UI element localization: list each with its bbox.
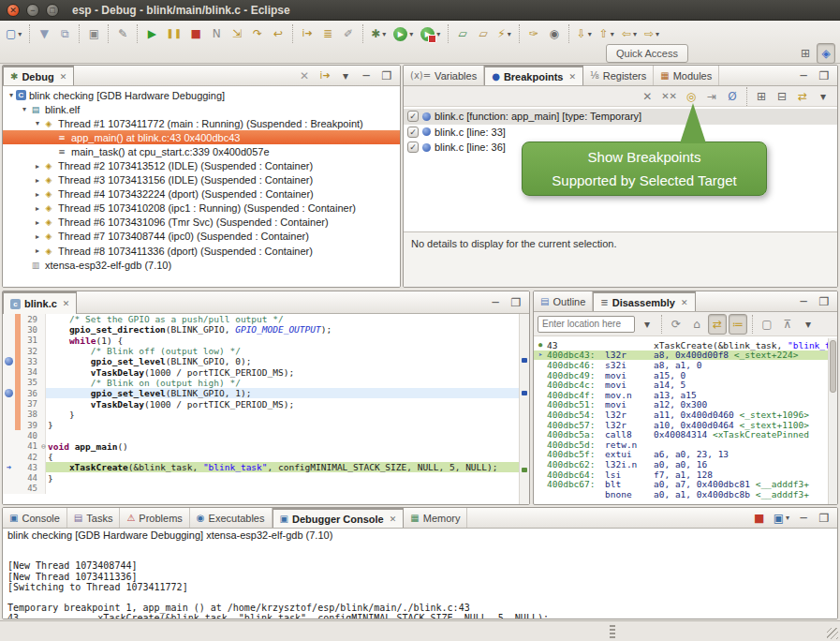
- disassembly-line[interactable]: 400dbc46:s32ia8, a1, 0: [534, 360, 828, 370]
- editor-gutter[interactable]: 42: [3, 452, 46, 462]
- remove-console-icon[interactable]: ■: [750, 508, 769, 529]
- next-edit-location-icon[interactable]: ⇧▾: [597, 23, 617, 44]
- code-line[interactable]: 31 while(1) {: [3, 335, 529, 346]
- run-launch-icon[interactable]: ▶▾: [391, 23, 416, 44]
- tab-outline[interactable]: ▤Outline: [534, 291, 593, 311]
- debug-tree-item[interactable]: ▸◈Thread #6 1073431096 (Tmr Svc) (Suspen…: [3, 216, 400, 230]
- breakpoint-icon[interactable]: [5, 389, 13, 397]
- disassembly-listing[interactable]: ●43xTaskCreate(&blink_task, "blink_tas➤4…: [534, 338, 828, 504]
- code-line[interactable]: 39}: [3, 420, 529, 430]
- debug-tree-item[interactable]: ▸◈Thread #5 1073410208 (ipc1 : Running) …: [3, 201, 400, 216]
- debug-tree-item[interactable]: ≡main_task() at cpu_start.c:339 0x400d05…: [3, 144, 400, 158]
- code-line[interactable]: 29 /* Set the GPIO as a push/pull output…: [3, 314, 529, 324]
- disassembly-line[interactable]: 400dbc62:l32i.na0, a0, 16: [534, 459, 828, 470]
- build-icon[interactable]: ▣: [84, 23, 103, 44]
- editor-gutter[interactable]: 29: [3, 314, 46, 324]
- remove-breakpoint-icon[interactable]: ✕: [638, 86, 656, 107]
- suspend-icon[interactable]: ❚❚: [163, 23, 184, 44]
- debug-tree-item[interactable]: ▥xtensa-esp32-elf-gdb (7.10): [3, 258, 400, 272]
- minimize-icon[interactable]: ─: [794, 291, 813, 312]
- debug-tree-item[interactable]: ▾◈Thread #1 1073411772 (main : Running) …: [3, 116, 400, 130]
- disassembly-source-line[interactable]: ●43xTaskCreate(&blink_task, "blink_tas: [534, 340, 828, 350]
- step-over-icon[interactable]: ↷: [248, 23, 267, 44]
- remove-all-terminated-icon[interactable]: ✕: [295, 66, 314, 86]
- skip-all-breakpoints-icon[interactable]: ✎: [113, 23, 132, 44]
- import-folder-icon[interactable]: ▱: [474, 23, 493, 44]
- target-icon[interactable]: ◉: [545, 23, 564, 44]
- code-line[interactable]: 32 /* Blink off (output low) */: [3, 346, 529, 356]
- editor-gutter[interactable]: 35: [3, 378, 46, 388]
- overview-mark[interactable]: [522, 358, 527, 363]
- maximize-icon[interactable]: ❐: [377, 66, 396, 86]
- disconnect-icon[interactable]: N: [207, 23, 226, 44]
- maximize-icon[interactable]: ❐: [815, 66, 833, 86]
- instruction-stepping-toggle-icon[interactable]: i➜: [316, 66, 334, 86]
- editor-gutter[interactable]: 32: [3, 346, 46, 356]
- breakpoint-checkbox[interactable]: ✓: [407, 127, 419, 138]
- editor-gutter[interactable]: 44: [3, 472, 46, 483]
- minimize-button[interactable]: −: [26, 4, 39, 17]
- disassembly-line[interactable]: 400dbc57:l32ra10, 0x400d0464 <_stext+110…: [534, 420, 828, 430]
- code-line[interactable]: 36 gpio_set_level(BLINK_GPIO, 1);: [3, 388, 529, 398]
- resize-grip[interactable]: [827, 628, 838, 639]
- debug-tree-item[interactable]: ▸◈Thread #8 1073411336 (dport) (Suspende…: [3, 244, 400, 258]
- disassembly-line[interactable]: 400dbc4f:mov.na13, a15: [534, 390, 828, 400]
- code-editor[interactable]: 29 /* Set the GPIO as a push/pull output…: [3, 314, 529, 504]
- annotate-icon[interactable]: ✑: [524, 23, 543, 44]
- editor-gutter[interactable]: 37: [3, 398, 46, 409]
- debug-perspective-button[interactable]: ◈: [817, 43, 835, 64]
- quick-access-button[interactable]: Quick Access: [606, 44, 688, 63]
- open-folder-icon[interactable]: ▱: [453, 23, 472, 44]
- editor-gutter[interactable]: 33: [3, 356, 46, 366]
- code-line[interactable]: 35 /* Blink on (output high) */: [3, 378, 529, 388]
- refresh-icon[interactable]: ⟳: [667, 314, 685, 335]
- minimize-icon[interactable]: ─: [794, 66, 813, 86]
- editor-gutter[interactable]: 45: [3, 484, 46, 494]
- editor-gutter[interactable]: 40: [3, 430, 46, 440]
- disassembly-line[interactable]: 400dbc4c:movia14, 5: [534, 380, 828, 390]
- editor-gutter[interactable]: ➜43: [3, 462, 46, 472]
- debug-launch-icon[interactable]: ✱▾: [368, 23, 389, 44]
- disassembly-line[interactable]: 400dbc5d:retw.n: [534, 440, 828, 450]
- link-with-debug-icon[interactable]: ⇄: [793, 86, 812, 107]
- edit-step-filters-icon[interactable]: ✐: [339, 23, 358, 44]
- editor-gutter[interactable]: 30: [3, 324, 46, 335]
- disassembly-line[interactable]: 400dbc51:movia12, 0x300: [534, 400, 828, 410]
- code-line[interactable]: 40: [3, 430, 529, 440]
- pin-view-icon[interactable]: ⊼: [778, 314, 797, 335]
- overview-mark[interactable]: [522, 391, 527, 395]
- editor-gutter[interactable]: 41⊖: [3, 441, 46, 452]
- disassembly-scrollbar[interactable]: [828, 338, 837, 504]
- tab-problems[interactable]: ⚠Problems: [120, 508, 189, 528]
- code-line[interactable]: 44}: [3, 472, 529, 483]
- flash-icon[interactable]: ⚡▾: [494, 23, 513, 44]
- debug-tree-item[interactable]: ▸◈Thread #2 1073413512 (IDLE) (Suspended…: [3, 158, 400, 172]
- step-return-icon[interactable]: ↩: [269, 23, 287, 44]
- close-icon[interactable]: ✕: [390, 514, 397, 524]
- tab-memory[interactable]: ▦Memory: [404, 508, 467, 528]
- debug-tree-item[interactable]: ▾▤blink.elf: [3, 102, 400, 116]
- statusbar-grip[interactable]: [610, 625, 615, 638]
- view-menu-icon[interactable]: ▾: [814, 86, 833, 107]
- instruction-stepping-icon[interactable]: i➜: [298, 23, 317, 44]
- disassembly-line[interactable]: 400dbc5f:extuia6, a0, 23, 13: [534, 450, 828, 460]
- maximize-button[interactable]: □: [46, 4, 59, 17]
- console-output[interactable]: [New Thread 1073408744][New Thread 10734…: [3, 544, 837, 619]
- disassembly-line[interactable]: bnonea0, a1, 0x400dbc8b <__adddf3+: [534, 489, 828, 499]
- debug-tree-item[interactable]: ▾Cblink checking [GDB Hardware Debugging…: [3, 88, 400, 102]
- collapse-all-icon[interactable]: ⊟: [773, 86, 791, 107]
- location-combo-caret[interactable]: ▾: [638, 314, 656, 335]
- view-menu-icon[interactable]: ▾: [336, 66, 355, 86]
- tab-variables[interactable]: (x)=Variables: [404, 66, 484, 85]
- code-line[interactable]: 41⊖void app_main(): [3, 441, 529, 452]
- home-icon[interactable]: ⌂: [687, 314, 706, 335]
- code-line[interactable]: 45: [3, 484, 529, 494]
- editor-gutter[interactable]: 31: [3, 335, 46, 346]
- code-line[interactable]: 30 gpio_set_direction(BLINK_GPIO, GPIO_M…: [3, 324, 529, 335]
- save-icon[interactable]: ▼: [35, 23, 53, 44]
- close-icon[interactable]: ✕: [60, 72, 67, 82]
- disassembly-line[interactable]: ➤400dbc43:l32ra8, 0x400d00f8 <_stext+224…: [534, 350, 828, 361]
- tab-console[interactable]: ▣Console: [3, 508, 67, 528]
- tab-debug[interactable]: ✱ Debug ✕: [3, 66, 74, 85]
- close-icon[interactable]: ✕: [63, 299, 70, 308]
